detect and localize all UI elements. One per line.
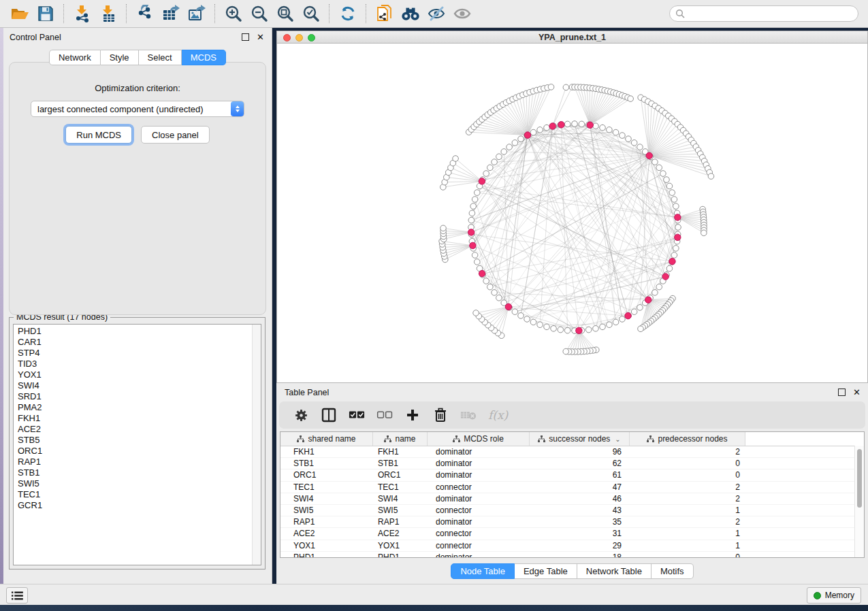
table-row[interactable]: ACE2ACE2connector311 (280, 528, 864, 540)
mcds-result-item[interactable]: STB1 (18, 467, 261, 478)
mcds-result-item[interactable]: ORC1 (18, 446, 261, 457)
mcds-result-item[interactable]: STP4 (18, 348, 261, 359)
mcds-result-item[interactable]: SWI4 (18, 380, 261, 391)
hide-selected-button[interactable] (426, 3, 447, 24)
task-history-button[interactable] (6, 587, 28, 604)
export-network-icon (136, 5, 154, 22)
table-panel-tabs: Node TableEdge TableNetwork TableMotifs (276, 563, 868, 579)
tab-network-table[interactable]: Network Table (577, 563, 652, 579)
search-input[interactable] (685, 7, 858, 20)
mcds-result-item[interactable]: TID3 (18, 359, 261, 369)
table-settings-button[interactable] (293, 407, 309, 423)
tab-style[interactable]: Style (101, 50, 139, 65)
table-scrollbar-thumb[interactable] (857, 449, 862, 508)
export-table-button[interactable] (161, 3, 181, 24)
table-row[interactable]: SWI5SWI5connector431 (280, 505, 864, 516)
table-row[interactable]: FKH1FKH1dominator962 (280, 446, 864, 458)
search-box[interactable] (669, 5, 858, 22)
node-table-rows: FKH1FKH1dominator962STB1STB1dominator620… (280, 446, 864, 558)
table-row[interactable]: TEC1TEC1connector472 (280, 482, 864, 493)
zoom-out-button[interactable] (249, 3, 270, 24)
tab-motifs[interactable]: Motifs (652, 563, 694, 579)
mcds-result-item[interactable]: CAR1 (18, 337, 261, 348)
mcds-result-item[interactable]: PMA2 (18, 402, 261, 413)
run-mcds-button[interactable]: Run MCDS (65, 126, 132, 144)
tab-node-table[interactable]: Node Table (451, 563, 515, 579)
table-row[interactable]: PHD1PHD1dominator180 (280, 552, 864, 558)
open-session-button[interactable] (10, 3, 30, 24)
table-scrollbar[interactable] (854, 446, 864, 557)
zoom-fit-button[interactable] (275, 3, 295, 24)
network-window-titlebar[interactable]: YPA_prune.txt_1 (276, 31, 868, 44)
show-all-button[interactable] (452, 3, 472, 24)
clone-network-button[interactable] (374, 3, 395, 24)
mcds-result-item[interactable]: FKH1 (18, 413, 261, 424)
zoom-selected-button[interactable] (301, 3, 321, 24)
column-header-mcds-role[interactable]: MCDS role (428, 432, 530, 446)
mcds-result-item[interactable]: STB5 (18, 435, 261, 446)
network-window-title: YPA_prune.txt_1 (277, 33, 867, 42)
first-neighbors-button[interactable] (400, 3, 421, 24)
memory-label: Memory (825, 591, 854, 600)
split-panel-icon (321, 408, 336, 423)
mcds-list-scrollbar[interactable] (252, 325, 261, 565)
tab-select[interactable]: Select (139, 50, 182, 65)
select-all-button[interactable] (349, 407, 365, 423)
table-row[interactable]: SWI4SWI4dominator462 (280, 493, 864, 505)
save-session-button[interactable] (35, 3, 56, 24)
optimization-criterion-label: Optimization criterion: (10, 83, 266, 93)
toolbar-separator (329, 4, 330, 23)
table-row[interactable]: ORC1ORC1dominator610 (280, 469, 864, 481)
table-panel-close-button[interactable]: ✕ (852, 388, 861, 397)
optimization-criterion-select[interactable]: largest connected component (undirected) (31, 101, 244, 117)
zoom-out-icon (251, 5, 268, 22)
mcds-result-item[interactable]: SWI5 (18, 478, 261, 489)
function-builder-button[interactable]: f(x) (488, 407, 508, 423)
import-table-button[interactable] (98, 3, 118, 24)
mcds-result-item[interactable]: ACE2 (18, 424, 261, 435)
mcds-result-item[interactable]: PHD1 (18, 326, 261, 337)
mcds-result-item[interactable]: TEC1 (18, 489, 261, 500)
export-network-button[interactable] (135, 3, 155, 24)
zoom-in-button[interactable] (223, 3, 244, 24)
column-header-successor-nodes[interactable]: successor nodes⌄ (530, 432, 630, 446)
delete-table-button[interactable] (460, 407, 477, 423)
network-canvas[interactable] (276, 44, 868, 383)
deselect-all-button[interactable] (376, 407, 393, 423)
column-header-predecessor-nodes[interactable]: predecessor nodes (630, 432, 745, 446)
refresh-button[interactable] (338, 3, 358, 24)
control-panel-float-button[interactable] (241, 33, 250, 42)
mcds-result-item[interactable]: RAP1 (18, 457, 261, 467)
delete-table-icon (460, 410, 477, 420)
tab-edge-table[interactable]: Edge Table (515, 563, 577, 579)
mcds-result-item[interactable]: GCR1 (18, 500, 261, 511)
tab-network[interactable]: Network (49, 50, 101, 65)
deselect-all-icon (376, 410, 393, 420)
column-header-shared-name[interactable]: shared name (280, 432, 373, 446)
column-header-name[interactable]: name (373, 432, 428, 446)
table-row[interactable]: RAP1RAP1dominator352 (280, 516, 864, 528)
memory-button[interactable]: Memory (807, 587, 861, 604)
table-row[interactable]: YOX1YOX1connector291 (280, 540, 864, 552)
mcds-result-item[interactable]: SRD1 (18, 391, 261, 402)
table-row[interactable]: STB1STB1dominator620 (280, 458, 864, 469)
mcds-result-group: MCDS result (17 nodes) PHD1CAR1STP4TID3Y… (9, 317, 266, 569)
delete-column-button[interactable] (432, 407, 449, 423)
mcds-result-list[interactable]: PHD1CAR1STP4TID3YOX1SWI4SRD1PMA2FKH1ACE2… (13, 324, 261, 565)
control-panel-close-button[interactable]: ✕ (256, 33, 265, 42)
memory-status-icon (814, 592, 821, 599)
split-panel-button[interactable] (321, 407, 337, 423)
refresh-icon (339, 5, 357, 22)
export-image-button[interactable] (187, 3, 207, 24)
float-icon (242, 33, 249, 41)
import-network-button[interactable] (72, 3, 93, 24)
tab-mcds[interactable]: MCDS (182, 50, 226, 65)
import-network-icon (74, 5, 91, 22)
add-column-button[interactable] (404, 407, 421, 423)
trash-icon (434, 408, 447, 423)
network-graph[interactable] (277, 44, 867, 382)
node-table[interactable]: shared namenameMCDS rolesuccessor nodes⌄… (280, 431, 865, 558)
table-panel-float-button[interactable] (837, 388, 846, 397)
close-panel-button[interactable]: Close panel (141, 126, 210, 144)
mcds-result-item[interactable]: YOX1 (18, 369, 261, 380)
